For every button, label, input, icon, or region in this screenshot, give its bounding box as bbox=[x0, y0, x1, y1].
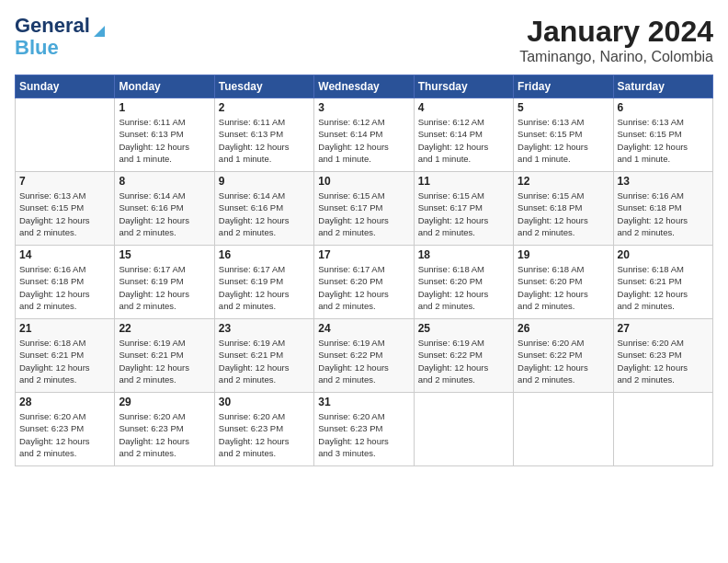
day-info: Sunrise: 6:12 AM Sunset: 6:14 PM Dayligh… bbox=[418, 116, 509, 165]
month-title: January 2024 bbox=[519, 15, 713, 49]
calendar-cell: 17Sunrise: 6:17 AM Sunset: 6:20 PM Dayli… bbox=[314, 246, 414, 319]
day-number: 21 bbox=[19, 322, 110, 335]
day-number: 4 bbox=[418, 101, 509, 114]
calendar-cell: 21Sunrise: 6:18 AM Sunset: 6:21 PM Dayli… bbox=[16, 319, 115, 393]
logo-text: GeneralBlue bbox=[15, 15, 90, 59]
calendar-week-2: 7Sunrise: 6:13 AM Sunset: 6:15 PM Daylig… bbox=[16, 172, 713, 246]
logo-icon bbox=[85, 18, 112, 46]
day-info: Sunrise: 6:18 AM Sunset: 6:20 PM Dayligh… bbox=[418, 263, 509, 312]
page: GeneralBlue January 2024 Taminango, Nari… bbox=[0, 0, 728, 563]
day-number: 14 bbox=[19, 248, 110, 261]
day-info: Sunrise: 6:20 AM Sunset: 6:23 PM Dayligh… bbox=[318, 410, 409, 459]
calendar-cell: 23Sunrise: 6:19 AM Sunset: 6:21 PM Dayli… bbox=[214, 319, 313, 393]
day-info: Sunrise: 6:15 AM Sunset: 6:18 PM Dayligh… bbox=[518, 190, 609, 238]
day-number: 25 bbox=[418, 322, 509, 335]
calendar-cell bbox=[16, 98, 115, 172]
calendar-cell: 30Sunrise: 6:20 AM Sunset: 6:23 PM Dayli… bbox=[214, 393, 313, 466]
day-number: 15 bbox=[119, 248, 210, 261]
svg-marker-0 bbox=[94, 26, 110, 37]
calendar-cell: 11Sunrise: 6:15 AM Sunset: 6:17 PM Dayli… bbox=[414, 172, 513, 246]
calendar-cell: 27Sunrise: 6:20 AM Sunset: 6:23 PM Dayli… bbox=[613, 319, 712, 393]
day-number: 2 bbox=[219, 101, 310, 114]
col-wednesday: Wednesday bbox=[314, 75, 414, 98]
col-sunday: Sunday bbox=[16, 75, 115, 98]
day-number: 23 bbox=[219, 322, 310, 335]
day-info: Sunrise: 6:13 AM Sunset: 6:15 PM Dayligh… bbox=[518, 116, 609, 165]
day-info: Sunrise: 6:20 AM Sunset: 6:23 PM Dayligh… bbox=[219, 410, 310, 459]
calendar-cell: 20Sunrise: 6:18 AM Sunset: 6:21 PM Dayli… bbox=[613, 246, 712, 319]
day-info: Sunrise: 6:13 AM Sunset: 6:15 PM Dayligh… bbox=[19, 190, 110, 238]
day-info: Sunrise: 6:11 AM Sunset: 6:13 PM Dayligh… bbox=[219, 116, 310, 165]
day-info: Sunrise: 6:18 AM Sunset: 6:21 PM Dayligh… bbox=[19, 337, 110, 385]
calendar-cell: 3Sunrise: 6:12 AM Sunset: 6:14 PM Daylig… bbox=[314, 98, 414, 172]
calendar-cell: 19Sunrise: 6:18 AM Sunset: 6:20 PM Dayli… bbox=[514, 246, 613, 319]
day-info: Sunrise: 6:20 AM Sunset: 6:23 PM Dayligh… bbox=[19, 410, 110, 459]
day-number: 9 bbox=[219, 175, 310, 188]
day-info: Sunrise: 6:12 AM Sunset: 6:14 PM Dayligh… bbox=[318, 116, 409, 165]
day-number: 18 bbox=[418, 248, 509, 261]
day-info: Sunrise: 6:20 AM Sunset: 6:23 PM Dayligh… bbox=[618, 337, 709, 385]
calendar-cell: 10Sunrise: 6:15 AM Sunset: 6:17 PM Dayli… bbox=[314, 172, 414, 246]
calendar-week-4: 21Sunrise: 6:18 AM Sunset: 6:21 PM Dayli… bbox=[16, 319, 713, 393]
col-monday: Monday bbox=[115, 75, 214, 98]
calendar-cell: 15Sunrise: 6:17 AM Sunset: 6:19 PM Dayli… bbox=[115, 246, 214, 319]
day-number: 6 bbox=[618, 101, 709, 114]
day-number: 19 bbox=[518, 248, 609, 261]
calendar-cell: 28Sunrise: 6:20 AM Sunset: 6:23 PM Dayli… bbox=[16, 393, 115, 466]
calendar-week-3: 14Sunrise: 6:16 AM Sunset: 6:18 PM Dayli… bbox=[16, 246, 713, 319]
calendar-cell: 22Sunrise: 6:19 AM Sunset: 6:21 PM Dayli… bbox=[115, 319, 214, 393]
day-info: Sunrise: 6:15 AM Sunset: 6:17 PM Dayligh… bbox=[318, 190, 409, 238]
calendar-week-5: 28Sunrise: 6:20 AM Sunset: 6:23 PM Dayli… bbox=[16, 393, 713, 466]
location: Taminango, Narino, Colombia bbox=[519, 49, 713, 65]
col-saturday: Saturday bbox=[613, 75, 712, 98]
calendar-cell: 1Sunrise: 6:11 AM Sunset: 6:13 PM Daylig… bbox=[115, 98, 214, 172]
day-info: Sunrise: 6:19 AM Sunset: 6:21 PM Dayligh… bbox=[219, 337, 310, 385]
day-info: Sunrise: 6:16 AM Sunset: 6:18 PM Dayligh… bbox=[618, 190, 709, 238]
day-info: Sunrise: 6:20 AM Sunset: 6:23 PM Dayligh… bbox=[119, 410, 210, 459]
calendar-cell: 13Sunrise: 6:16 AM Sunset: 6:18 PM Dayli… bbox=[613, 172, 712, 246]
calendar-cell: 9Sunrise: 6:14 AM Sunset: 6:16 PM Daylig… bbox=[214, 172, 313, 246]
day-number: 17 bbox=[318, 248, 409, 261]
day-number: 29 bbox=[119, 396, 210, 408]
day-info: Sunrise: 6:15 AM Sunset: 6:17 PM Dayligh… bbox=[418, 190, 509, 238]
col-tuesday: Tuesday bbox=[214, 75, 313, 98]
calendar-cell: 29Sunrise: 6:20 AM Sunset: 6:23 PM Dayli… bbox=[115, 393, 214, 466]
day-number: 11 bbox=[418, 175, 509, 188]
logo: GeneralBlue bbox=[15, 15, 112, 59]
day-info: Sunrise: 6:13 AM Sunset: 6:15 PM Dayligh… bbox=[618, 116, 709, 165]
calendar-table: Sunday Monday Tuesday Wednesday Thursday… bbox=[15, 75, 713, 466]
calendar-cell bbox=[414, 393, 513, 466]
day-number: 31 bbox=[318, 396, 409, 408]
day-number: 16 bbox=[219, 248, 310, 261]
day-info: Sunrise: 6:14 AM Sunset: 6:16 PM Dayligh… bbox=[119, 190, 210, 238]
day-number: 3 bbox=[318, 101, 409, 114]
day-info: Sunrise: 6:19 AM Sunset: 6:21 PM Dayligh… bbox=[119, 337, 210, 385]
day-number: 1 bbox=[119, 101, 210, 114]
day-number: 10 bbox=[318, 175, 409, 188]
calendar-cell: 2Sunrise: 6:11 AM Sunset: 6:13 PM Daylig… bbox=[214, 98, 313, 172]
calendar-cell: 8Sunrise: 6:14 AM Sunset: 6:16 PM Daylig… bbox=[115, 172, 214, 246]
calendar-cell: 16Sunrise: 6:17 AM Sunset: 6:19 PM Dayli… bbox=[214, 246, 313, 319]
calendar-cell: 7Sunrise: 6:13 AM Sunset: 6:15 PM Daylig… bbox=[16, 172, 115, 246]
calendar-cell: 4Sunrise: 6:12 AM Sunset: 6:14 PM Daylig… bbox=[414, 98, 513, 172]
day-number: 12 bbox=[518, 175, 609, 188]
day-number: 30 bbox=[219, 396, 310, 408]
calendar-cell: 25Sunrise: 6:19 AM Sunset: 6:22 PM Dayli… bbox=[414, 319, 513, 393]
day-number: 7 bbox=[19, 175, 110, 188]
calendar-cell bbox=[613, 393, 712, 466]
col-friday: Friday bbox=[514, 75, 613, 98]
day-number: 13 bbox=[618, 175, 709, 188]
calendar-cell bbox=[514, 393, 613, 466]
day-number: 26 bbox=[518, 322, 609, 335]
day-info: Sunrise: 6:17 AM Sunset: 6:19 PM Dayligh… bbox=[219, 263, 310, 312]
calendar-cell: 6Sunrise: 6:13 AM Sunset: 6:15 PM Daylig… bbox=[613, 98, 712, 172]
day-info: Sunrise: 6:18 AM Sunset: 6:21 PM Dayligh… bbox=[618, 263, 709, 312]
calendar-cell: 5Sunrise: 6:13 AM Sunset: 6:15 PM Daylig… bbox=[514, 98, 613, 172]
day-info: Sunrise: 6:20 AM Sunset: 6:22 PM Dayligh… bbox=[518, 337, 609, 385]
day-info: Sunrise: 6:17 AM Sunset: 6:20 PM Dayligh… bbox=[318, 263, 409, 312]
calendar-week-1: 1Sunrise: 6:11 AM Sunset: 6:13 PM Daylig… bbox=[16, 98, 713, 172]
calendar-cell: 14Sunrise: 6:16 AM Sunset: 6:18 PM Dayli… bbox=[16, 246, 115, 319]
day-info: Sunrise: 6:16 AM Sunset: 6:18 PM Dayligh… bbox=[19, 263, 110, 312]
day-info: Sunrise: 6:19 AM Sunset: 6:22 PM Dayligh… bbox=[418, 337, 509, 385]
day-info: Sunrise: 6:18 AM Sunset: 6:20 PM Dayligh… bbox=[518, 263, 609, 312]
